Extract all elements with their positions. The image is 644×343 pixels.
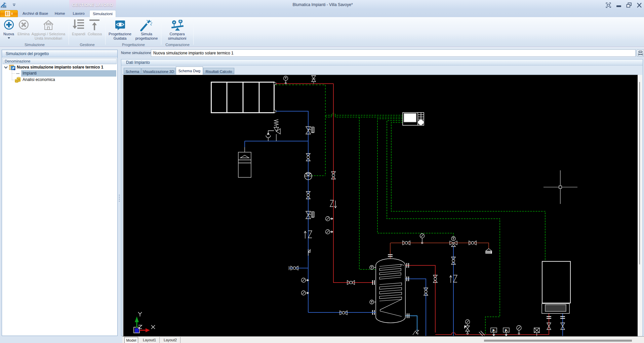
svg-text:A: A: [173, 21, 175, 24]
svg-text:B: B: [179, 20, 182, 23]
